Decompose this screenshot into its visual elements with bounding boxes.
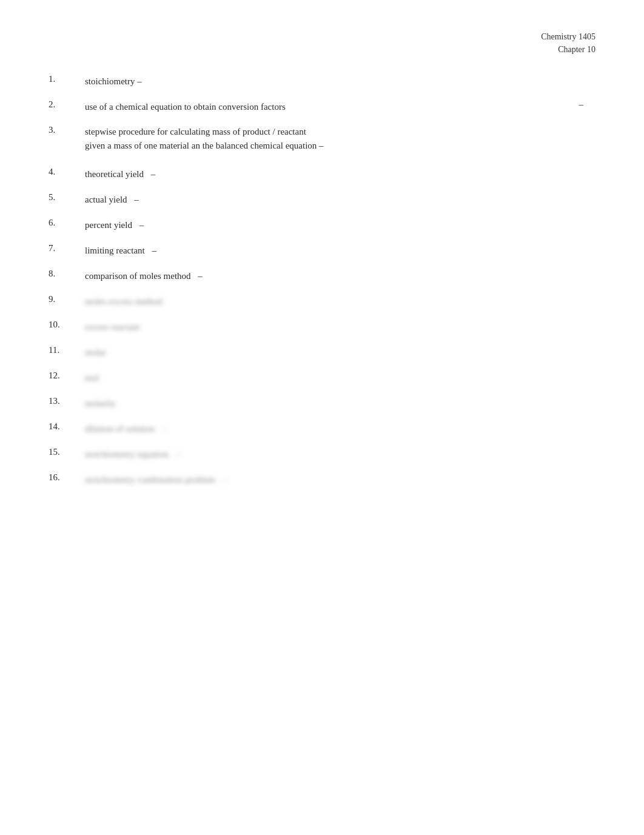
item-dash: –: [196, 271, 203, 281]
list-item: 3.stepwise procedure for calculating mas…: [49, 125, 595, 153]
list-item: 16.stoichiometry combination problem –: [49, 472, 595, 487]
item-dash-far: –: [579, 99, 596, 110]
list-item: 6.percent yield –: [49, 218, 595, 232]
list-item: 15.stoichiometry equation –: [49, 447, 595, 461]
list-item: 7.limiting reactant –: [49, 243, 595, 258]
item-label: stoichiometry –: [85, 74, 142, 89]
list-item: 12.mol: [49, 371, 595, 385]
list-item: 8.comparison of moles method –: [49, 269, 595, 283]
list-item: 1.stoichiometry –: [49, 74, 595, 89]
item-label: excess reactant: [85, 320, 139, 334]
item-label: molar: [85, 345, 106, 360]
item-number: 2.: [49, 99, 85, 110]
item-number: 9.: [49, 294, 85, 304]
content-area: 1.stoichiometry –2.use of a chemical equ…: [49, 74, 595, 487]
item-label: mol: [85, 371, 99, 385]
item-number: 8.: [49, 269, 85, 279]
list-item: 4.theoretical yield –: [49, 167, 595, 181]
page-header: Chemistry 1405 Chapter 10: [49, 30, 595, 56]
item-label: use of a chemical equation to obtain con…: [85, 99, 286, 114]
item-number: 5.: [49, 192, 85, 203]
item-dash: –: [220, 475, 227, 485]
item-number: 6.: [49, 218, 85, 228]
item-number: 3.: [49, 125, 85, 135]
item-dash: –: [150, 246, 156, 255]
list-item: 13.molarity: [49, 396, 595, 411]
item-label: dilution of solution –: [85, 421, 166, 436]
item-number: 7.: [49, 243, 85, 253]
item-label: molarity: [85, 396, 116, 411]
item-number: 12.: [49, 371, 85, 381]
item-label: stoichiometry equation –: [85, 447, 180, 461]
list-item: 2.use of a chemical equation to obtain c…: [49, 99, 595, 114]
item-number: 10.: [49, 320, 85, 330]
chapter-title: Chapter 10: [49, 43, 595, 56]
item-label: theoretical yield –: [85, 167, 155, 181]
item-number: 15.: [49, 447, 85, 457]
course-title: Chemistry 1405: [49, 30, 595, 43]
item-number: 11.: [49, 345, 85, 355]
item-number: 13.: [49, 396, 85, 406]
item-dash: –: [159, 424, 166, 434]
item-number: 14.: [49, 421, 85, 432]
item-label: stoichiometry combination problem –: [85, 472, 227, 487]
item-label: moles excess method: [85, 294, 162, 309]
item-dash: –: [149, 169, 155, 179]
item-dash: –: [173, 449, 180, 459]
page: Chemistry 1405 Chapter 10 1.stoichiometr…: [0, 0, 644, 835]
item-dash: –: [132, 195, 139, 204]
item-label: percent yield –: [85, 218, 144, 232]
item-label: limiting reactant –: [85, 243, 156, 258]
item-label: stepwise procedure for calculating mass …: [85, 125, 324, 153]
item-label: actual yield –: [85, 192, 139, 207]
list-item: 10.excess reactant: [49, 320, 595, 334]
item-dash: –: [137, 220, 144, 230]
list-item: 11.molar: [49, 345, 595, 360]
list-item: 14.dilution of solution –: [49, 421, 595, 436]
item-number: 1.: [49, 74, 85, 84]
item-number: 4.: [49, 167, 85, 177]
item-number: 16.: [49, 472, 85, 483]
list-item: 5.actual yield –: [49, 192, 595, 207]
list-item: 9.moles excess method: [49, 294, 595, 309]
item-label: comparison of moles method –: [85, 269, 203, 283]
